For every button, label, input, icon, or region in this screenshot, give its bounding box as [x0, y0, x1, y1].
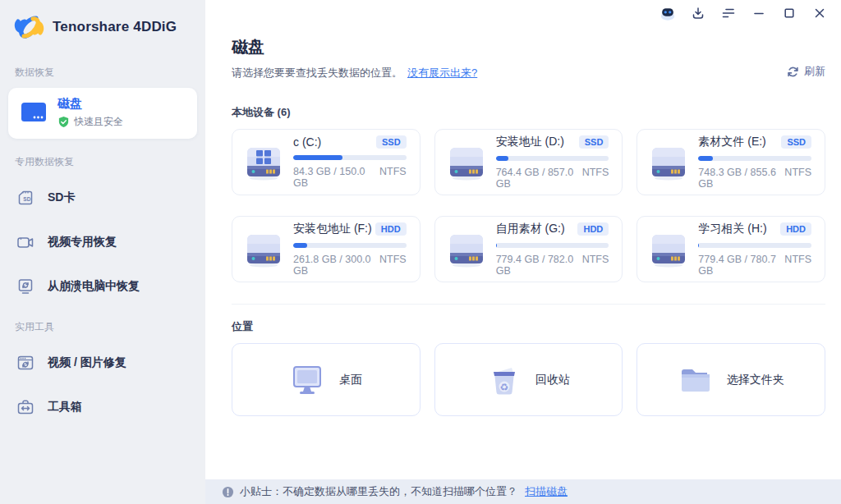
drive-usage-fill — [496, 156, 508, 161]
drive-name: 素材文件 (E:) — [698, 135, 765, 149]
drive-card[interactable]: 素材文件 (E:) SSD 748.3 GB / 855.6 GB NTFS — [636, 129, 825, 195]
drive-size: 779.4 GB / 782.0 GB — [496, 254, 582, 277]
footer-tip-bar: 小贴士：不确定数据从哪里丢失的，不知道扫描哪个位置？ 扫描磁盘 — [205, 479, 841, 504]
assistant-bot-icon[interactable] — [659, 6, 676, 21]
location-label-recycle-bin: 回收站 — [535, 373, 570, 387]
disk-icon — [20, 102, 48, 123]
drive-icon — [242, 144, 285, 181]
drive-name: 安装地址 (D:) — [496, 135, 564, 149]
video-camera-icon — [15, 231, 36, 253]
sidebar-item-crashed-pc[interactable]: 从崩溃电脑中恢复 — [0, 264, 205, 309]
location-label-folder: 选择文件夹 — [727, 373, 784, 387]
desktop-icon — [289, 364, 325, 396]
drive-icon — [445, 231, 488, 268]
drive-card[interactable]: 自用素材 (G:) HDD 779.4 GB / 782.0 GB NTFS — [434, 216, 623, 282]
drive-usage-fill — [698, 156, 712, 161]
drive-usage-bar — [698, 156, 811, 161]
location-grid: 桌面 ♻ 回收站 — [232, 343, 825, 416]
drive-name: 安装包地址 (F:) — [293, 222, 372, 236]
drive-name: c (C:) — [293, 135, 321, 149]
sidebar-item-toolbox[interactable]: 工具箱 — [0, 385, 205, 429]
sidebar-item-disk-sub: 快速且安全 — [74, 115, 123, 129]
drive-usage-bar — [496, 156, 609, 161]
refresh-icon — [787, 66, 799, 78]
drive-name: 学习相关 (H:) — [698, 222, 766, 236]
drive-type-badge: HDD — [780, 222, 811, 236]
location-label-desktop: 桌面 — [339, 373, 362, 387]
sidebar-item-repair-label: 视频 / 图片修复 — [48, 355, 126, 370]
maximize-button[interactable] — [781, 6, 797, 21]
close-button[interactable] — [811, 6, 828, 21]
sidebar: Tenorshare 4DDiG 数据恢复 磁盘 — [0, 0, 205, 504]
folder-icon — [678, 365, 713, 395]
sidebar-item-video-recovery-label: 视频专用恢复 — [48, 235, 117, 250]
location-card-recycle-bin[interactable]: ♻ 回收站 — [434, 343, 623, 416]
sidebar-item-video-recovery[interactable]: 视频专用恢复 — [0, 220, 205, 264]
minimize-button[interactable] — [751, 6, 767, 21]
sidebar-item-disk[interactable]: 磁盘 快速且安全 — [8, 88, 197, 139]
drive-grid: c (C:) SSD 84.3 GB / 150.0 GB NTFS — [232, 129, 825, 282]
menu-icon[interactable] — [720, 6, 737, 21]
drive-type-badge: HDD — [375, 222, 407, 236]
drive-size: 84.3 GB / 150.0 GB — [293, 166, 379, 189]
drive-usage-fill — [496, 243, 497, 248]
drive-usage-bar — [293, 243, 407, 248]
drive-name: 自用素材 (G:) — [496, 222, 565, 236]
drive-filesystem: NTFS — [582, 254, 609, 277]
recycle-bin-icon: ♻ — [487, 363, 522, 397]
sidebar-item-sd-card-label: SD卡 — [48, 190, 75, 205]
drive-usage-bar — [293, 155, 407, 160]
location-card-folder[interactable]: 选择文件夹 — [636, 343, 825, 416]
drive-type-badge: SSD — [376, 135, 407, 149]
locations-title: 位置 — [232, 319, 825, 334]
drive-card[interactable]: 学习相关 (H:) HDD 779.4 GB / 780.7 GB NTFS — [636, 216, 825, 282]
drive-type-badge: SSD — [579, 135, 609, 149]
crashed-pc-icon — [15, 276, 36, 297]
drive-type-badge: SSD — [781, 135, 811, 149]
sidebar-item-repair[interactable]: 视频 / 图片修复 — [0, 341, 205, 385]
drive-size: 779.4 GB / 780.7 GB — [698, 254, 784, 277]
drive-card[interactable]: c (C:) SSD 84.3 GB / 150.0 GB NTFS — [232, 129, 420, 195]
info-icon — [222, 486, 234, 498]
page-subtitle: 请选择您要要查找丢失数据的位置。 — [232, 66, 402, 80]
sidebar-item-sd-card[interactable]: SD SD卡 — [0, 176, 205, 220]
main-area: 磁盘 请选择您要要查找丢失数据的位置。 没有展示出来? 刷新 — [205, 0, 841, 504]
local-devices-title: 本地设备 (6) — [232, 105, 825, 120]
drive-size: 748.3 GB / 855.6 GB — [698, 167, 784, 190]
svg-text:SD: SD — [23, 196, 30, 202]
sidebar-section-data-recovery: 数据恢复 — [0, 54, 205, 86]
sidebar-item-crashed-pc-label: 从崩溃电脑中恢复 — [48, 279, 140, 294]
toolbox-icon — [15, 396, 36, 418]
logo-icon — [13, 13, 46, 41]
drive-icon — [647, 231, 690, 268]
drive-card[interactable]: 安装包地址 (F:) HDD 261.8 GB / 300.0 GB NTFS — [232, 216, 420, 282]
drive-icon — [647, 144, 690, 181]
titlebar — [205, 0, 841, 21]
sidebar-item-disk-label: 磁盘 — [57, 96, 123, 112]
drive-usage-fill — [293, 155, 342, 160]
drive-card[interactable]: 安装地址 (D:) SSD 764.4 GB / 857.0 GB NTFS — [434, 129, 623, 195]
footer-tip-text: 小贴士：不确定数据从哪里丢失的，不知道扫描哪个位置？ — [240, 484, 517, 499]
drive-icon — [242, 231, 285, 268]
drive-size: 261.8 GB / 300.0 GB — [293, 254, 379, 277]
svg-text:♻: ♻ — [500, 381, 509, 392]
app-title: Tenorshare 4DDiG — [53, 19, 177, 35]
not-shown-link[interactable]: 没有展示出来? — [407, 66, 477, 80]
sidebar-section-special-recovery: 专用数据恢复 — [0, 144, 205, 176]
drive-usage-bar — [496, 243, 609, 248]
refresh-label: 刷新 — [804, 64, 825, 79]
sidebar-item-toolbox-label: 工具箱 — [48, 400, 82, 415]
scan-disk-link[interactable]: 扫描磁盘 — [525, 484, 568, 499]
shield-check-icon — [57, 116, 70, 128]
drive-filesystem: NTFS — [582, 167, 609, 190]
main-content: 磁盘 请选择您要要查找丢失数据的位置。 没有展示出来? 刷新 — [205, 21, 841, 479]
page-title: 磁盘 — [232, 36, 477, 58]
drive-filesystem: NTFS — [784, 254, 811, 277]
location-card-desktop[interactable]: 桌面 — [232, 343, 420, 416]
drive-usage-fill — [293, 243, 307, 248]
drive-size: 764.4 GB / 857.0 GB — [496, 167, 582, 190]
drive-filesystem: NTFS — [784, 167, 811, 190]
refresh-button[interactable]: 刷新 — [787, 64, 825, 79]
download-icon[interactable] — [690, 6, 706, 21]
drive-filesystem: NTFS — [379, 166, 407, 189]
